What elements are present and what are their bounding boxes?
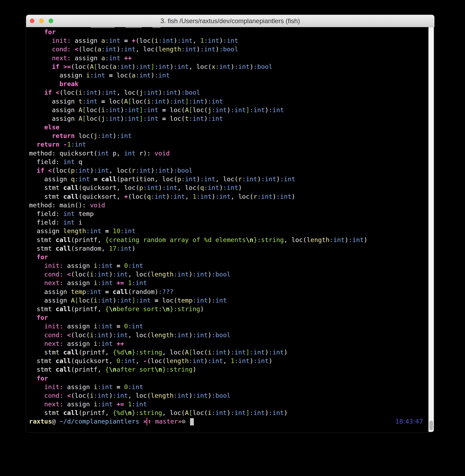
code-token: :int — [135, 72, 151, 79]
shell-prompt: raxtus@ ~/d/complanepiantlers ×↑ master»… — [29, 417, 194, 426]
code-token: assign — [63, 262, 94, 269]
code-token: [ — [82, 115, 86, 122]
code-token: (printf, — [78, 349, 113, 356]
code-line: assign A[loc(i:int):int]:int = loc(A[loc… — [29, 106, 434, 114]
code-token: (quicksort, — [71, 357, 117, 365]
window-titlebar[interactable]: 3. fish /Users/raxtus/dev/complanepiantl… — [26, 15, 434, 27]
code-token: ~/d/complanepiantlers — [59, 418, 139, 425]
code-token — [113, 279, 116, 287]
code-token — [120, 37, 124, 44]
code-token: :int — [189, 98, 204, 105]
code-token: :int — [200, 45, 216, 53]
terminal-content[interactable]: for init: assign a:int = +(loc(i:int):in… — [26, 27, 434, 432]
code-token: :int — [250, 106, 265, 114]
code-token — [101, 227, 105, 235]
code-token — [29, 37, 52, 44]
code-token: :int — [155, 63, 170, 70]
code-token: method: quicksort( — [29, 150, 98, 157]
code-token — [63, 331, 67, 339]
code-token: :int — [101, 45, 117, 53]
code-token: a — [98, 45, 101, 53]
code-token: , loc( — [135, 45, 158, 53]
code-token: ) — [265, 409, 269, 417]
code-token — [29, 279, 44, 287]
code-token: i — [208, 349, 212, 356]
code-token: :int — [105, 106, 120, 114]
code-token: before sort: — [116, 305, 162, 313]
code-token: :bool — [212, 331, 231, 339]
code-token: (srandom, — [71, 245, 109, 252]
code-line: cond: <(loc(i:int):int, loc(length:int):… — [29, 331, 434, 339]
code-token: q — [75, 158, 82, 166]
code-token: void — [155, 150, 170, 157]
code-token: = — [124, 37, 128, 44]
code-token: ) — [196, 45, 200, 53]
minimize-button[interactable] — [39, 19, 44, 23]
code-token: stmt — [29, 409, 63, 417]
code-token: :int — [116, 63, 132, 70]
code-token: assign — [29, 297, 71, 304]
code-token — [44, 167, 48, 174]
code-token: p — [71, 167, 75, 174]
code-token: ++ — [116, 340, 124, 347]
code-token: :int — [120, 357, 136, 365]
code-token: i — [94, 279, 98, 287]
code-token — [113, 340, 116, 347]
code-token: :int — [143, 106, 159, 114]
code-line: for — [29, 28, 434, 36]
fullscreen-button[interactable] — [49, 19, 53, 23]
code-token: , loc( — [284, 236, 307, 244]
code-token — [29, 262, 44, 269]
code-token: (loc( — [52, 167, 71, 174]
code-token: :int — [155, 167, 170, 174]
code-token: length — [158, 45, 181, 53]
scrollbar-thumb[interactable] — [429, 421, 433, 430]
code-token: :??? — [158, 288, 174, 296]
code-token — [151, 418, 155, 425]
code-token: + — [124, 193, 128, 200]
code-token — [151, 297, 155, 304]
code-token: , loc( — [215, 175, 238, 183]
code-token: ) — [215, 45, 219, 53]
code-token: int — [63, 158, 74, 166]
code-token: int — [98, 150, 109, 157]
scrollbar-track[interactable] — [428, 27, 434, 432]
code-token: A — [78, 106, 82, 114]
code-line: assign q:int = call(partition, loc(p:int… — [29, 175, 434, 183]
code-token: loc( — [78, 297, 94, 304]
code-token: :int — [162, 184, 177, 191]
code-token: { — [105, 305, 109, 313]
code-line: stmt call(printf, {\nbefore sort:\n}:str… — [29, 305, 434, 313]
code-token: :int — [212, 409, 227, 417]
code-token — [71, 45, 75, 53]
code-token: :int — [269, 106, 284, 114]
code-line: next: assign i:int += 1:int — [29, 400, 434, 408]
code-token: j — [139, 89, 143, 96]
code-token: += — [116, 400, 124, 408]
code-token: :int — [212, 106, 227, 114]
code-token: ) — [204, 98, 208, 105]
code-token: assign — [29, 106, 78, 114]
code-token: j — [101, 115, 105, 122]
code-token: :int — [98, 262, 113, 269]
code-token: if — [44, 89, 52, 96]
close-button[interactable] — [30, 19, 34, 23]
code-token: :bool — [212, 271, 231, 278]
code-token — [113, 262, 116, 269]
code-token: int — [63, 219, 74, 226]
code-token: A — [90, 63, 94, 70]
code-token: ) — [132, 63, 135, 70]
code-token — [29, 63, 52, 70]
code-token: :int — [75, 167, 90, 174]
code-token: :int — [143, 89, 159, 96]
code-token: r — [132, 167, 135, 174]
code-token — [52, 89, 56, 96]
code-token: ) — [189, 271, 192, 278]
code-token: = — [105, 288, 109, 296]
code-token: :int — [124, 115, 140, 122]
code-token: ) — [231, 63, 234, 70]
code-token: (loc( — [147, 357, 166, 365]
code-token: A — [185, 409, 189, 417]
code-token: i — [101, 106, 105, 114]
code-token — [109, 288, 113, 296]
